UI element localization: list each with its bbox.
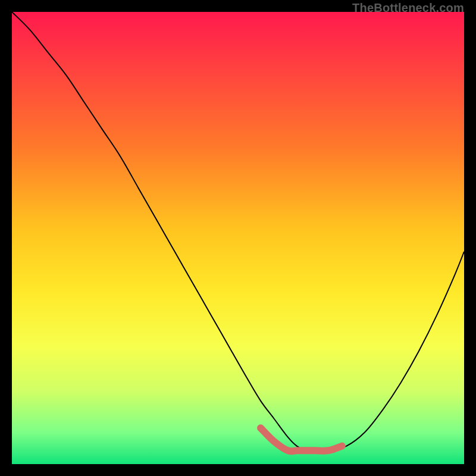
curve-layer xyxy=(12,12,464,464)
bottleneck-curve xyxy=(12,12,464,451)
chart-frame: TheBottleneck.com xyxy=(0,0,476,476)
optimal-zone-highlight xyxy=(261,428,342,451)
